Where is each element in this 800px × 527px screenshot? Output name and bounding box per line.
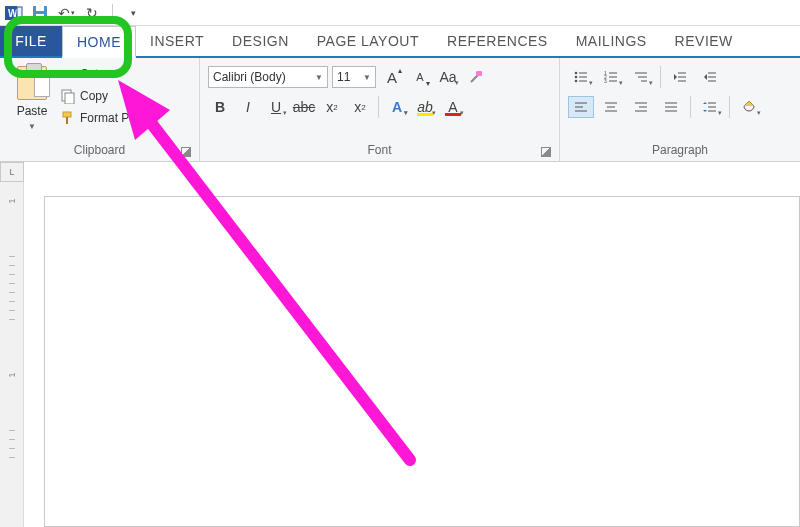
- tab-stop-selector[interactable]: L: [0, 162, 24, 182]
- dialog-launcher-icon[interactable]: [541, 147, 551, 157]
- strikethrough-button[interactable]: abc: [292, 96, 316, 118]
- justify-button[interactable]: [658, 96, 684, 118]
- svg-point-13: [575, 80, 578, 83]
- font-color-button[interactable]: A▾: [441, 96, 465, 118]
- ruler-tick: 1: [6, 372, 16, 377]
- svg-rect-5: [36, 14, 44, 19]
- svg-point-11: [575, 72, 578, 75]
- superscript-button[interactable]: x2: [348, 96, 372, 118]
- format-painter-label: Format Painter: [80, 111, 159, 125]
- subscript-button[interactable]: x2: [320, 96, 344, 118]
- tab-references[interactable]: REFERENCES: [433, 26, 562, 56]
- align-left-button[interactable]: [568, 96, 594, 118]
- copy-label: Copy: [80, 89, 108, 103]
- tab-mailings[interactable]: MAILINGS: [562, 26, 661, 56]
- ruler-dashes: [9, 430, 15, 458]
- bullets-button[interactable]: ▾: [568, 66, 594, 88]
- svg-rect-7: [65, 93, 74, 104]
- text-effects-button[interactable]: A▾: [385, 96, 409, 118]
- format-painter-button[interactable]: Format Painter: [60, 110, 159, 126]
- svg-text:3: 3: [604, 78, 607, 84]
- ruler-row: L: [0, 162, 800, 182]
- copy-icon: [60, 88, 76, 104]
- vertical-ruler[interactable]: 1 1: [0, 182, 24, 527]
- cut-label: Cut: [80, 67, 99, 81]
- svg-rect-9: [66, 117, 68, 124]
- paste-split-button[interactable]: Paste ▼: [8, 62, 56, 141]
- numbering-button[interactable]: 123▾: [598, 66, 624, 88]
- decrease-font-size-button[interactable]: A▾: [408, 66, 432, 88]
- svg-marker-30: [704, 74, 707, 80]
- document-area: 1 1: [0, 182, 800, 527]
- svg-marker-26: [674, 74, 677, 80]
- change-case-button[interactable]: Aa▾: [436, 66, 460, 88]
- copy-button[interactable]: Copy: [60, 88, 159, 104]
- cut-button[interactable]: ✂ Cut: [60, 66, 159, 82]
- underline-button[interactable]: U▾: [264, 96, 288, 118]
- word-app-icon[interactable]: W: [4, 3, 24, 23]
- quick-access-toolbar: W ↶▾ ↻ ▾: [0, 0, 800, 26]
- group-clipboard: Paste ▼ ✂ Cut Copy Form: [0, 58, 200, 161]
- chevron-down-icon: ▼: [315, 73, 323, 82]
- document-page[interactable]: [44, 196, 800, 527]
- svg-point-12: [575, 76, 578, 79]
- group-label-clipboard: Clipboard: [8, 141, 191, 159]
- svg-rect-8: [63, 112, 71, 117]
- font-family-combo[interactable]: Calibri (Body) ▼: [208, 66, 328, 88]
- group-label-font: Font: [208, 141, 551, 159]
- ruler-dashes: [9, 256, 15, 320]
- increase-font-size-button[interactable]: A▴: [380, 66, 404, 88]
- group-paragraph: ▾ 123▾ ▾ ▾ ▾ Paragraph: [560, 58, 800, 161]
- svg-rect-2: [17, 7, 22, 19]
- ribbon-tabs: FILE HOME INSERT DESIGN PAGE LAYOUT REFE…: [0, 26, 800, 58]
- qat-customize-icon[interactable]: ▾: [123, 3, 143, 23]
- clear-formatting-button[interactable]: [464, 66, 488, 88]
- font-family-value: Calibri (Body): [213, 70, 286, 84]
- separator: [729, 96, 730, 118]
- shading-button[interactable]: ▾: [736, 96, 762, 118]
- separator: [660, 66, 661, 88]
- multilevel-list-button[interactable]: ▾: [628, 66, 654, 88]
- increase-indent-button[interactable]: [697, 66, 723, 88]
- chevron-down-icon: ▼: [28, 122, 36, 131]
- redo-icon[interactable]: ↻: [82, 3, 102, 23]
- ribbon: Paste ▼ ✂ Cut Copy Form: [0, 58, 800, 162]
- align-center-button[interactable]: [598, 96, 624, 118]
- font-size-combo[interactable]: 11 ▼: [332, 66, 376, 88]
- qat-separator: [112, 4, 113, 22]
- dialog-launcher-icon[interactable]: [181, 147, 191, 157]
- highlight-button[interactable]: ab▾: [413, 96, 437, 118]
- separator: [690, 96, 691, 118]
- line-spacing-button[interactable]: ▾: [697, 96, 723, 118]
- ruler-tick: 1: [6, 198, 16, 203]
- scissors-icon: ✂: [60, 66, 76, 82]
- tab-insert[interactable]: INSERT: [136, 26, 218, 56]
- paintbrush-icon: [60, 110, 76, 126]
- chevron-down-icon: ▼: [363, 73, 371, 82]
- clipboard-icon: [17, 66, 47, 100]
- font-size-value: 11: [337, 70, 350, 84]
- group-label-paragraph: Paragraph: [568, 141, 792, 159]
- group-font: Calibri (Body) ▼ 11 ▼ A▴ A▾ Aa▾ B I U▾ a…: [200, 58, 560, 161]
- tab-file[interactable]: FILE: [0, 26, 62, 56]
- bold-button[interactable]: B: [208, 96, 232, 118]
- save-icon[interactable]: [30, 3, 50, 23]
- tab-review[interactable]: REVIEW: [661, 26, 737, 56]
- tab-design[interactable]: DESIGN: [218, 26, 303, 56]
- svg-rect-4: [36, 6, 44, 11]
- tab-home[interactable]: HOME: [62, 26, 136, 58]
- undo-icon[interactable]: ↶▾: [56, 3, 76, 23]
- svg-rect-10: [476, 71, 482, 76]
- italic-button[interactable]: I: [236, 96, 260, 118]
- align-right-button[interactable]: [628, 96, 654, 118]
- paste-label: Paste: [17, 104, 48, 118]
- tab-page-layout[interactable]: PAGE LAYOUT: [303, 26, 433, 56]
- decrease-indent-button[interactable]: [667, 66, 693, 88]
- separator: [378, 96, 379, 118]
